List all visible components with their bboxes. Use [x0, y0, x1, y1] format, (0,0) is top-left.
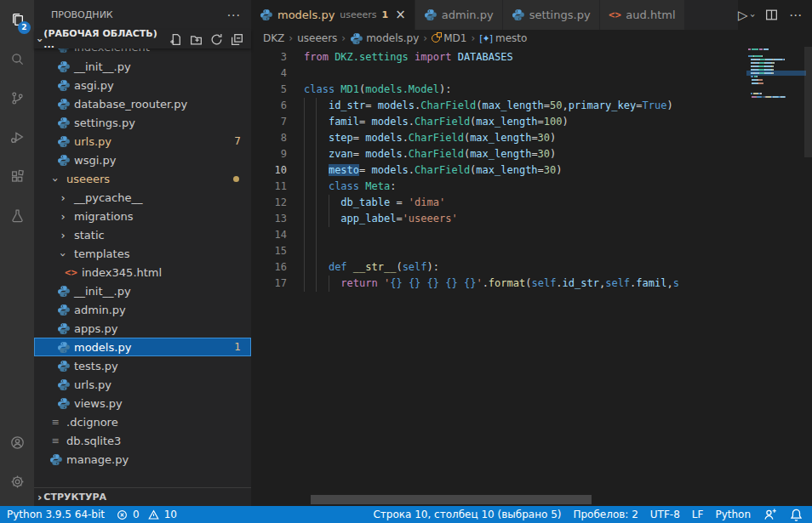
tree-item--init-.py[interactable]: __init__.py [34, 281, 251, 300]
code-line-15: 15 [251, 243, 747, 259]
activity-run-debug-button[interactable] [0, 117, 34, 156]
split-editor-button[interactable] [764, 8, 779, 22]
indent-guide [329, 276, 329, 292]
python-icon [56, 135, 70, 148]
workspace-section-header[interactable]: › (РАБОЧАЯ ОБЛАСТЬ) ... [34, 30, 251, 48]
tree-item-admin.py[interactable]: admin.py [34, 300, 251, 319]
indent-guide [304, 146, 305, 162]
tree-item-index345.html[interactable]: <>index345.html [34, 263, 251, 281]
minimap-line [748, 62, 804, 64]
tree-item-asgi.py[interactable]: asgi.py [34, 76, 251, 94]
activity-account-button[interactable] [0, 423, 34, 462]
warning-count: 10 [164, 509, 177, 520]
refresh-explorer-button[interactable] [209, 32, 224, 47]
html-icon: <> [609, 10, 621, 20]
tree-item-label: manage.py [66, 453, 129, 466]
code-line-8: 8 step= models.CharField(max_length=30) [251, 130, 747, 146]
activity-source-control-button[interactable] [0, 78, 34, 117]
tree-item--pycache-[interactable]: ›__pycache__ [34, 188, 251, 207]
close-icon[interactable]: × [395, 9, 406, 21]
tab-bar: models.pyuseeers1×admin.pysettings.py<>a… [251, 0, 812, 30]
tree-item-manage.py[interactable]: manage.py [34, 450, 251, 469]
collapse-folders-button[interactable] [230, 32, 244, 47]
tree-item-static[interactable]: ›static [34, 225, 251, 244]
plain-icon: ≡ [49, 435, 62, 446]
tree-item-urls.py[interactable]: urls.py [34, 375, 251, 394]
tree-item-useeers[interactable]: ›useeers [34, 169, 251, 188]
breadcrumb-useeers[interactable]: useeers [297, 32, 337, 44]
feedback-icon [763, 508, 777, 522]
tree-item-apps.py[interactable]: apps.py [34, 319, 251, 338]
status-cursor-position[interactable]: Строка 10, столбец 10 (выбрано 5) [373, 509, 561, 520]
tab-settings.py[interactable]: settings.py [503, 0, 600, 30]
run-button[interactable]: ▷› [738, 8, 754, 23]
tab-models.py[interactable]: models.pyuseeers1× [251, 0, 415, 30]
activity-extensions-button[interactable] [0, 156, 34, 196]
tree-item-label: urls.py [74, 378, 112, 391]
outline-section-header[interactable]: › СТРУКТУРА [34, 487, 251, 506]
breadcrumb-models.py[interactable]: models.py [350, 32, 419, 45]
tree-item-label: wsgi.py [74, 154, 116, 167]
status-left: Python 3.9.5 64-bit010 [7, 509, 189, 520]
breadcrumb-label: DKZ [263, 32, 284, 44]
activity-settings-button[interactable] [0, 462, 34, 501]
minimap[interactable] [748, 48, 804, 99]
indent-guide [304, 195, 305, 211]
line-number: 6 [251, 98, 287, 114]
breadcrumb-label: MD1 [443, 32, 466, 44]
vertical-scrollbar[interactable] [804, 47, 812, 157]
python-icon [56, 285, 70, 298]
python-icon [56, 98, 70, 111]
tree-item-settings.py[interactable]: settings.py [34, 113, 251, 132]
tree-item-label: useeers [66, 173, 110, 185]
tree-item-wsgi.py[interactable]: wsgi.py [34, 151, 251, 169]
editor-actions: ▷›⋯ [738, 0, 812, 30]
tab-label: admin.py [442, 9, 494, 21]
status-label: LF [692, 509, 704, 520]
status-language-mode[interactable]: Python [715, 509, 751, 520]
code-line-16: 16 def __str__(self): [251, 259, 747, 276]
field-icon: [✦] [479, 33, 492, 44]
source-control-icon [10, 91, 25, 105]
activity-search-button[interactable] [0, 39, 34, 78]
horizontal-scrollbar[interactable] [311, 495, 592, 504]
tree-item-templates[interactable]: ›templates [34, 244, 251, 263]
tree-item-models.py[interactable]: models.py1 [34, 338, 251, 356]
breadcrumb-DKZ[interactable]: DKZ [263, 32, 284, 44]
activity-testing-button[interactable] [0, 196, 34, 235]
tree-item-db.sqlite3[interactable]: ≡db.sqlite3 [34, 431, 251, 450]
status-notifications[interactable] [789, 508, 803, 522]
tree-item-urls.py[interactable]: urls.py7 [34, 132, 251, 151]
indent-guide [316, 276, 317, 292]
chevron-right-icon: › [60, 210, 65, 223]
tree-item-tests.py[interactable]: tests.py [34, 356, 251, 375]
breadcrumb-label: useeers [297, 32, 337, 44]
status-indentation[interactable]: Пробелов: 2 [573, 509, 638, 520]
activity-explorer-button[interactable]: 2 [0, 0, 34, 39]
tree-item-migrations[interactable]: ›migrations [34, 207, 251, 225]
tree-item-label: settings.py [74, 117, 135, 129]
tree-item-views.py[interactable]: views.py [34, 394, 251, 412]
status-label: Пробелов: 2 [573, 509, 638, 520]
more-actions-button[interactable]: ⋯ [789, 8, 802, 23]
line-number: 3 [251, 49, 287, 65]
code-editor[interactable]: 3from DKZ.settings import DATABASES45cla… [251, 47, 812, 506]
tree-item-.dcignore[interactable]: ≡.dcignore [34, 412, 251, 431]
status-feedback[interactable] [763, 508, 777, 522]
status-eol[interactable]: LF [692, 509, 704, 520]
line-number: 13 [251, 211, 287, 227]
new-file-button[interactable] [169, 32, 183, 47]
breadcrumb-MD1[interactable]: MD1 [432, 32, 466, 44]
tree-item-database-roouter.py[interactable]: database_roouter.py [34, 94, 251, 113]
status-python-interpreter[interactable]: Python 3.9.5 64-bit [7, 509, 105, 520]
new-folder-button[interactable] [189, 32, 203, 47]
more-actions-icon[interactable]: ··· [227, 9, 241, 22]
python-icon [260, 9, 272, 21]
code-line-6: 6 id_str= models.CharField(max_length=50… [251, 98, 747, 114]
tab-admin.py[interactable]: admin.py [415, 0, 503, 30]
breadcrumb-mesto[interactable]: [✦]mesto [479, 32, 527, 44]
status-encoding[interactable]: UTF-8 [650, 509, 680, 520]
status-problems[interactable]: 010 [117, 509, 177, 520]
tree-item--init-.py[interactable]: __init__.py [34, 57, 251, 76]
tab-aud.html[interactable]: <>aud.html [600, 0, 685, 30]
